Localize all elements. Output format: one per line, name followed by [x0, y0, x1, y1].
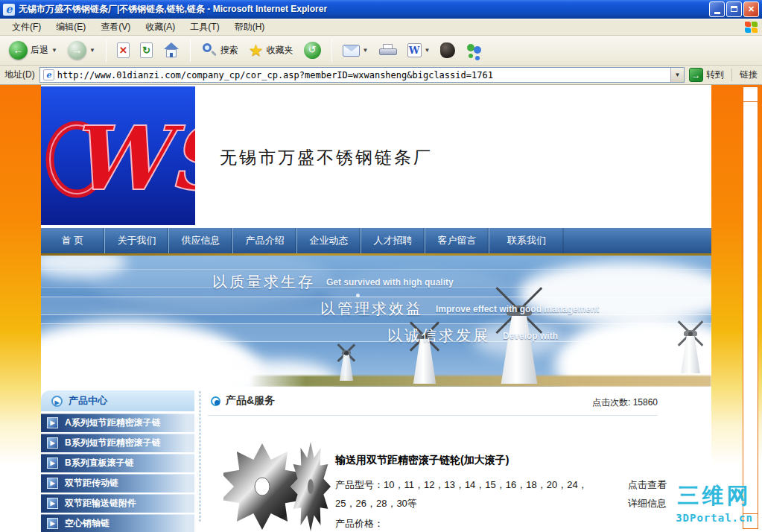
nav-jobs[interactable]: 人才招聘: [361, 228, 425, 253]
forward-button[interactable]: → ▼: [65, 39, 98, 61]
stop-icon: ✕: [117, 42, 130, 58]
word-caret-icon[interactable]: ▼: [425, 47, 431, 54]
site-watermark: 三维网 3DPortal.cn: [670, 481, 758, 524]
nav-news[interactable]: 企业动态: [297, 228, 361, 253]
word-icon: W: [407, 43, 422, 57]
slogan-1-en: Get survived with high quality: [326, 277, 454, 288]
minimize-button[interactable]: [709, 1, 725, 17]
slogan-3-zh: 以诚信求发展: [387, 326, 490, 346]
nav-guestbook[interactable]: 客户留言: [425, 228, 489, 253]
messenger-button-2[interactable]: [463, 41, 486, 60]
address-label: 地址(D): [4, 69, 35, 81]
sidebar-item-double-pitch-drive[interactable]: ▶ 双节距传动链: [41, 474, 194, 493]
windmill-far: [678, 333, 703, 373]
view-details-link-line1[interactable]: 点击查看: [628, 478, 667, 492]
favicon: e: [43, 69, 54, 80]
stop-button[interactable]: ✕: [114, 41, 133, 60]
arrow-icon: ▶: [47, 498, 58, 509]
menu-help[interactable]: 帮助(H): [227, 19, 273, 36]
ie-icon: e: [3, 4, 15, 16]
menu-view[interactable]: 查看(V): [93, 19, 138, 36]
section-title: 产品&服务: [226, 394, 275, 408]
search-icon: [201, 42, 218, 59]
banner-dot: [356, 294, 360, 297]
sidebar-item-double-pitch-conveyor[interactable]: ▶ 双节距输送链附件: [41, 494, 194, 513]
back-icon: ←: [9, 41, 28, 60]
menu-edit[interactable]: 编辑(E): [48, 19, 93, 36]
banner-field: [250, 376, 711, 387]
content-divider: [200, 391, 200, 522]
address-bar: 地址(D) e ▼ → 转到 链接: [0, 66, 762, 85]
nav-supply[interactable]: 供应信息: [169, 228, 233, 253]
go-button[interactable]: → 转到: [689, 68, 724, 82]
search-button[interactable]: 搜索: [198, 41, 241, 60]
back-button[interactable]: ← 后退 ▼: [6, 39, 60, 61]
nav-contact[interactable]: 联系我们: [489, 228, 564, 253]
mail-caret-icon[interactable]: ▼: [363, 47, 369, 54]
restore-button[interactable]: [726, 1, 742, 17]
menu-tools[interactable]: 工具(T): [182, 19, 226, 36]
arrow-icon: ▶: [47, 457, 58, 469]
page-viewport: WS 无锡市万盛不锈钢链条厂 首 页 关于我们 供应信息 产品介绍 企业动态 人…: [0, 85, 762, 532]
home-button[interactable]: [160, 41, 182, 60]
forward-icon: →: [68, 41, 86, 60]
edit-with-word-button[interactable]: W ▼: [404, 42, 434, 59]
sidebar-header-label: 产品中心: [69, 394, 107, 408]
hit-counter: 点击次数: 15860: [592, 396, 658, 409]
slogan-2-en: Improve effect with good management: [436, 304, 599, 314]
sidebar-item-b-series[interactable]: ▶ B系列短节距精密滚子链: [41, 434, 194, 452]
address-dropdown-button[interactable]: ▼: [670, 68, 684, 82]
address-field[interactable]: e ▼: [39, 67, 685, 83]
messenger-button-1[interactable]: [437, 41, 458, 60]
section-bullet-icon: [211, 396, 220, 406]
history-icon: ↺: [304, 42, 321, 59]
close-button[interactable]: ✕: [743, 1, 759, 17]
forward-caret-icon[interactable]: ▼: [89, 47, 95, 54]
company-logo[interactable]: WS: [41, 86, 195, 225]
menu-favorites[interactable]: 收藏(A): [138, 19, 182, 36]
page-left-margin: [0, 85, 41, 532]
main-content: 产品&服务 点击次数: 15860: [197, 387, 711, 532]
scrollbar[interactable]: [743, 86, 758, 529]
history-button[interactable]: ↺: [301, 40, 324, 60]
back-caret-icon[interactable]: ▼: [51, 47, 57, 54]
back-label: 后退: [31, 44, 48, 57]
go-arrow-icon: →: [689, 68, 703, 82]
address-input[interactable]: [57, 70, 670, 80]
product-image[interactable]: [223, 440, 335, 532]
arrow-icon: ▶: [47, 437, 58, 449]
sidebar-item-a-series[interactable]: ▶ A系列短节距精密滚子链: [41, 414, 194, 432]
nav-home[interactable]: 首 页: [41, 228, 105, 253]
slogan-1-zh: 以质量求生存: [212, 272, 315, 292]
nav-about[interactable]: 关于我们: [105, 228, 169, 253]
windows-logo-icon: [744, 21, 758, 34]
page-right-margin: [711, 85, 762, 532]
nav-products[interactable]: 产品介绍: [233, 228, 297, 253]
refresh-button[interactable]: ↻: [137, 41, 156, 60]
menu-file[interactable]: 文件(F): [4, 19, 48, 36]
print-button[interactable]: [376, 42, 400, 59]
toolbar: ← 后退 ▼ → ▼ ✕ ↻ 搜索 ★ 收藏夹 ↺ ▼: [0, 36, 762, 66]
company-name: 无锡市万盛不锈钢链条厂: [220, 146, 433, 169]
view-details-link-line2[interactable]: 详细信息: [628, 497, 667, 510]
mail-button[interactable]: ▼: [340, 43, 372, 58]
product-model-line1: 产品型号：10，11，12，13，14，15，16，18，20，24，: [335, 478, 588, 492]
logo-monogram-graphic: WS: [41, 86, 195, 225]
product-title[interactable]: 输送用双节距精密滚子链轮(加大滚子): [335, 454, 509, 467]
links-toolbar[interactable]: 链接: [731, 69, 758, 81]
toolbar-separator: [190, 39, 191, 62]
favorites-button[interactable]: ★ 收藏夹: [246, 41, 296, 60]
favorites-label: 收藏夹: [267, 44, 293, 57]
toolbar-separator: [106, 39, 107, 62]
hero-banner: 以质量求生存 Get survived with high quality 以管…: [41, 256, 711, 387]
refresh-icon: ↻: [140, 42, 153, 58]
windmill-small: [337, 352, 355, 381]
printer-icon: [379, 44, 397, 57]
title-bar: e 无锡市万盛不锈钢链条厂|不锈钢链条,链轮,链条 - Microsoft In…: [0, 0, 762, 19]
messenger-icon-1: [440, 42, 455, 58]
sidebar-item-b-straight[interactable]: ▶ B系列直板滚子链: [41, 454, 194, 472]
toolbar-separator: [331, 39, 332, 62]
messenger-people-icon: [466, 42, 483, 59]
sidebar-item-hollow-pin[interactable]: ▶ 空心销轴链: [41, 514, 194, 532]
scrollbar-up-button[interactable]: [743, 87, 758, 102]
